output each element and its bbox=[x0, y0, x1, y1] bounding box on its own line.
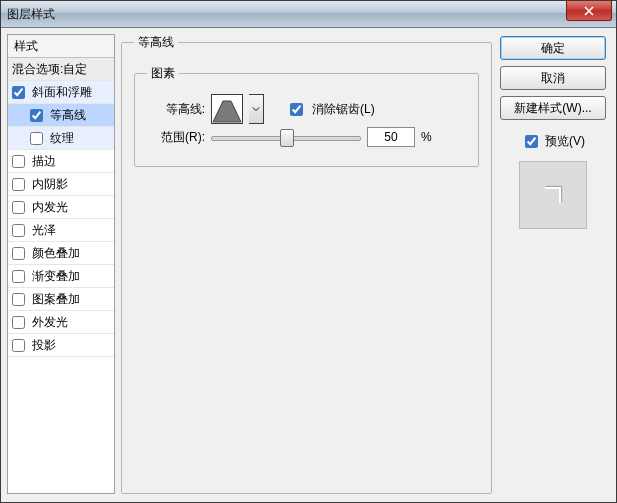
style-item-checkbox[interactable] bbox=[12, 247, 25, 260]
blend-options-row[interactable]: 混合选项:自定 bbox=[8, 58, 114, 81]
slider-thumb[interactable] bbox=[280, 129, 294, 147]
blend-options-label: 混合选项:自定 bbox=[12, 61, 87, 78]
style-item[interactable]: 斜面和浮雕 bbox=[8, 81, 114, 104]
preview-row: 预览(V) bbox=[521, 132, 585, 151]
styles-header: 样式 bbox=[8, 35, 114, 58]
style-item[interactable]: 渐变叠加 bbox=[8, 265, 114, 288]
layer-style-dialog: 图层样式 样式 混合选项:自定 斜面和浮雕等高线纹理描边内阴影内发光光泽颜色叠加… bbox=[0, 0, 617, 503]
style-item[interactable]: 图案叠加 bbox=[8, 288, 114, 311]
range-label: 范围(R): bbox=[147, 129, 205, 146]
ok-button[interactable]: 确定 bbox=[500, 36, 606, 60]
style-item[interactable]: 外发光 bbox=[8, 311, 114, 334]
style-item-label: 图案叠加 bbox=[32, 291, 80, 308]
antialias-checkbox[interactable] bbox=[290, 103, 303, 116]
elements-group-title: 图素 bbox=[147, 65, 179, 82]
style-item-checkbox[interactable] bbox=[12, 224, 25, 237]
style-item-label: 渐变叠加 bbox=[32, 268, 80, 285]
style-item[interactable]: 颜色叠加 bbox=[8, 242, 114, 265]
range-unit: % bbox=[421, 130, 432, 144]
style-item-checkbox[interactable] bbox=[30, 109, 43, 122]
close-button[interactable] bbox=[566, 1, 612, 21]
contour-preview[interactable] bbox=[211, 94, 243, 124]
style-item-label: 颜色叠加 bbox=[32, 245, 80, 262]
dialog-body: 样式 混合选项:自定 斜面和浮雕等高线纹理描边内阴影内发光光泽颜色叠加渐变叠加图… bbox=[1, 28, 616, 502]
new-style-button[interactable]: 新建样式(W)... bbox=[500, 96, 606, 120]
style-item-checkbox[interactable] bbox=[12, 339, 25, 352]
style-item-checkbox[interactable] bbox=[12, 201, 25, 214]
style-item[interactable]: 描边 bbox=[8, 150, 114, 173]
style-item-label: 描边 bbox=[32, 153, 56, 170]
cancel-button[interactable]: 取消 bbox=[500, 66, 606, 90]
styles-column: 样式 混合选项:自定 斜面和浮雕等高线纹理描边内阴影内发光光泽颜色叠加渐变叠加图… bbox=[7, 34, 115, 494]
style-item-label: 斜面和浮雕 bbox=[32, 84, 92, 101]
style-item-checkbox[interactable] bbox=[12, 178, 25, 191]
contour-curve-icon bbox=[212, 95, 242, 123]
style-item-checkbox[interactable] bbox=[12, 270, 25, 283]
contour-group-title: 等高线 bbox=[134, 34, 178, 51]
style-item-label: 光泽 bbox=[32, 222, 56, 239]
style-item-checkbox[interactable] bbox=[12, 86, 25, 99]
close-icon bbox=[584, 6, 594, 16]
preview-label[interactable]: 预览(V) bbox=[545, 133, 585, 150]
style-item-label: 纹理 bbox=[50, 130, 74, 147]
range-slider[interactable] bbox=[211, 128, 361, 146]
preview-checkbox[interactable] bbox=[525, 135, 538, 148]
contour-group: 等高线 图素 等高线: bbox=[121, 34, 492, 494]
styles-list: 斜面和浮雕等高线纹理描边内阴影内发光光泽颜色叠加渐变叠加图案叠加外发光投影 bbox=[8, 81, 114, 493]
style-item-checkbox[interactable] bbox=[12, 293, 25, 306]
titlebar: 图层样式 bbox=[1, 1, 616, 28]
style-item-checkbox[interactable] bbox=[30, 132, 43, 145]
antialias-label[interactable]: 消除锯齿(L) bbox=[312, 101, 375, 118]
contour-label: 等高线: bbox=[147, 101, 205, 118]
range-row: 范围(R): % bbox=[147, 126, 466, 148]
style-item[interactable]: 等高线 bbox=[8, 104, 114, 127]
range-value-input[interactable] bbox=[367, 127, 415, 147]
style-item-label: 内发光 bbox=[32, 199, 68, 216]
contour-row: 等高线: 消除锯齿(L) bbox=[147, 98, 466, 120]
style-item[interactable]: 内发光 bbox=[8, 196, 114, 219]
style-item-label: 内阴影 bbox=[32, 176, 68, 193]
preview-swatch bbox=[519, 161, 587, 229]
contour-dropdown[interactable] bbox=[249, 94, 264, 124]
style-item[interactable]: 内阴影 bbox=[8, 173, 114, 196]
style-item-label: 投影 bbox=[32, 337, 56, 354]
style-item-label: 等高线 bbox=[50, 107, 86, 124]
style-item[interactable]: 光泽 bbox=[8, 219, 114, 242]
style-item[interactable]: 投影 bbox=[8, 334, 114, 357]
elements-group: 图素 等高线: bbox=[134, 65, 479, 167]
settings-column: 等高线 图素 等高线: bbox=[121, 34, 492, 494]
style-item[interactable]: 纹理 bbox=[8, 127, 114, 150]
style-item-checkbox[interactable] bbox=[12, 316, 25, 329]
chevron-down-icon bbox=[252, 105, 260, 113]
window-title: 图层样式 bbox=[7, 6, 55, 23]
preview-mark-icon bbox=[545, 187, 561, 203]
titlebar-buttons bbox=[566, 1, 612, 27]
style-item-checkbox[interactable] bbox=[12, 155, 25, 168]
buttons-column: 确定 取消 新建样式(W)... 预览(V) bbox=[498, 34, 608, 494]
style-item-label: 外发光 bbox=[32, 314, 68, 331]
